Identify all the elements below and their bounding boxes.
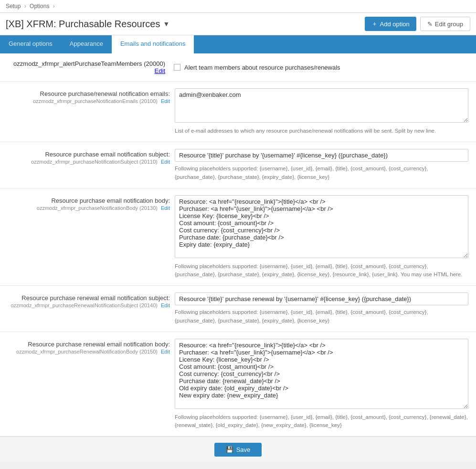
notification-emails-label-col: Resource purchase/renewal notification e… bbox=[8, 88, 170, 135]
notification-emails-help: List of e-mail addresses to which any re… bbox=[175, 127, 468, 135]
alert-team-option-key: ozzmodz_xfrmpr_alertPurchaseTeamMembers … bbox=[13, 60, 165, 67]
title-dropdown-arrow[interactable]: ▼ bbox=[163, 20, 169, 28]
notification-emails-edit[interactable]: Edit bbox=[161, 98, 170, 104]
page-title-text: [XB] XFRM: Purchasable Resources bbox=[6, 19, 160, 30]
alert-team-row: ozzmodz_xfrmpr_alertPurchaseTeamMembers … bbox=[0, 53, 476, 82]
tab-general[interactable]: General options bbox=[0, 35, 61, 53]
edit-group-button[interactable]: ✎ Edit group bbox=[420, 17, 470, 31]
add-option-label: Add option bbox=[380, 21, 410, 28]
purchase-subject-label-col: Resource purchase email notification sub… bbox=[8, 149, 170, 181]
renewal-body-help: Following placeholders supported: {usern… bbox=[175, 413, 468, 430]
tabs-bar: General options Appearance Emails and no… bbox=[0, 35, 476, 53]
save-icon: 💾 bbox=[226, 446, 233, 453]
alert-team-edit-link[interactable]: Edit bbox=[155, 67, 165, 74]
purchase-subject-help: Following placeholders supported: {usern… bbox=[175, 165, 468, 181]
breadcrumb: Setup › Options › bbox=[0, 0, 476, 13]
page-title: [XB] XFRM: Purchasable Resources ▼ bbox=[6, 19, 169, 30]
content-area: ozzmodz_xfrmpr_alertPurchaseTeamMembers … bbox=[0, 53, 476, 437]
add-option-button[interactable]: ＋ Add option bbox=[365, 17, 416, 31]
purchase-subject-key: ozzmodz_xfrmpr_purchaseNotificationSubje… bbox=[8, 159, 170, 165]
notification-emails-label: Resource purchase/renewal notification e… bbox=[8, 90, 170, 97]
breadcrumb-options[interactable]: Options bbox=[30, 3, 49, 10]
alert-team-label: Alert team members about resource purcha… bbox=[184, 64, 340, 71]
purchase-body-help: Following placeholders supported: {usern… bbox=[175, 262, 468, 279]
breadcrumb-sep1: › bbox=[24, 3, 26, 10]
tab-appearance[interactable]: Appearance bbox=[61, 35, 112, 53]
renewal-body-key: ozzmodz_xfrmpr_purchaseRenewalNotificati… bbox=[8, 349, 170, 354]
alert-team-checkbox[interactable] bbox=[174, 64, 180, 71]
renewal-body-section: Resource purchase renewal email notifica… bbox=[0, 332, 476, 437]
purchase-subject-label: Resource purchase email notification sub… bbox=[8, 151, 170, 158]
renewal-subject-section: Resource purchase renewal email notifica… bbox=[0, 286, 476, 332]
renewal-subject-help: Following placeholders supported: {usern… bbox=[175, 308, 468, 325]
purchase-body-label-col: Resource purchase email notification bod… bbox=[8, 195, 170, 279]
renewal-subject-key: ozzmodz_xfrmpr_purchaseRenewalNotificati… bbox=[8, 302, 170, 308]
purchase-body-key: ozzmodz_xfrmpr_purchaseNotificationBody … bbox=[8, 205, 170, 211]
purchase-body-edit[interactable]: Edit bbox=[161, 205, 170, 211]
notification-emails-input[interactable] bbox=[175, 88, 468, 123]
purchase-body-input-col: Following placeholders supported: {usern… bbox=[175, 195, 468, 279]
purchase-subject-input[interactable] bbox=[175, 149, 468, 162]
renewal-body-edit[interactable]: Edit bbox=[161, 349, 170, 354]
save-label: Save bbox=[236, 446, 251, 453]
renewal-body-label: Resource purchase renewal email notifica… bbox=[8, 341, 170, 348]
renewal-subject-input[interactable] bbox=[175, 292, 468, 305]
purchase-body-input[interactable] bbox=[175, 195, 468, 258]
purchase-subject-edit[interactable]: Edit bbox=[161, 159, 170, 165]
tab-emails[interactable]: Emails and notifications bbox=[112, 35, 194, 53]
renewal-body-label-col: Resource purchase renewal email notifica… bbox=[8, 339, 170, 430]
plus-icon: ＋ bbox=[371, 20, 378, 28]
renewal-subject-input-col: Following placeholders supported: {usern… bbox=[175, 292, 468, 325]
purchase-body-label: Resource purchase email notification bod… bbox=[8, 197, 170, 204]
renewal-body-input-col: Following placeholders supported: {usern… bbox=[175, 339, 468, 430]
notification-emails-section: Resource purchase/renewal notification e… bbox=[0, 82, 476, 142]
renewal-body-input[interactable] bbox=[175, 339, 468, 409]
purchase-subject-section: Resource purchase email notification sub… bbox=[0, 142, 476, 188]
edit-group-label: Edit group bbox=[435, 21, 463, 28]
renewal-subject-label: Resource purchase renewal email notifica… bbox=[8, 294, 170, 302]
page-header: [XB] XFRM: Purchasable Resources ▼ ＋ Add… bbox=[0, 13, 476, 35]
renewal-subject-label-col: Resource purchase renewal email notifica… bbox=[8, 292, 170, 325]
breadcrumb-setup[interactable]: Setup bbox=[6, 3, 21, 10]
breadcrumb-sep2: › bbox=[53, 3, 55, 10]
header-buttons: ＋ Add option ✎ Edit group bbox=[365, 17, 470, 31]
edit-icon: ✎ bbox=[427, 21, 433, 28]
save-button[interactable]: 💾 Save bbox=[214, 443, 262, 457]
notification-emails-input-col: List of e-mail addresses to which any re… bbox=[175, 88, 468, 135]
purchase-body-section: Resource purchase email notification bod… bbox=[0, 188, 476, 286]
footer-bar: 💾 Save bbox=[0, 437, 476, 462]
notification-emails-key: ozzmodz_xfrmpr_purchaseNotificationEmail… bbox=[8, 98, 170, 104]
purchase-subject-input-col: Following placeholders supported: {usern… bbox=[175, 149, 468, 181]
renewal-subject-edit[interactable]: Edit bbox=[161, 302, 170, 308]
